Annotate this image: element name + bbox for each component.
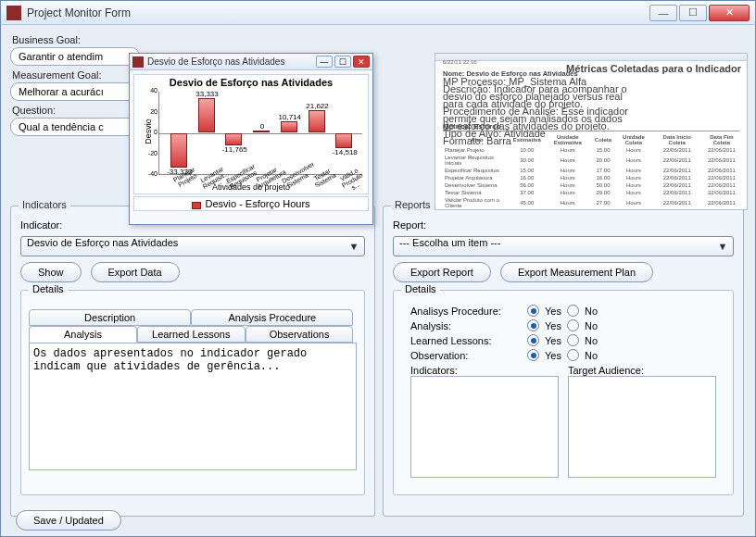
minimize-button[interactable]: ― [649,5,677,21]
analysis-textarea[interactable] [29,343,357,470]
metrics-section-header: Métrica: Esforço [443,122,739,131]
main-window: Project Monitor Form ― ☐ ✕ Business Goal… [0,0,756,537]
chart-bar: -33,333 [170,133,187,168]
analysis-procedure-no-radio[interactable] [567,305,579,317]
indicators-list-label: Indicators: [410,365,559,376]
chart-window[interactable]: Desvio de Esforço nas Atividades ― ☐ ✕ D… [129,53,373,225]
business-goal-label: Business Goal: [12,34,746,45]
show-button[interactable]: Show [20,262,82,282]
reports-panel: Reports Report: --- Escolha um item --- … [383,206,744,517]
analysis-procedure-yes-radio[interactable] [527,305,539,317]
maximize-button[interactable]: ☐ [679,5,707,21]
chart-close-button[interactable]: ✕ [353,56,370,68]
dropdown-icon: ▼ [347,240,360,253]
observation-no-radio[interactable] [567,349,579,361]
indicator-details-legend: Details [29,283,68,294]
chart-minimize-button[interactable]: ― [316,56,333,68]
indicator-select-value: Desvio de Esforço nas Atividades [27,237,178,248]
chart-legend-swatch [192,202,201,209]
row-observation-label: Observation: [410,350,522,361]
tab-observations[interactable]: Observations [246,326,354,343]
target-audience-listbox[interactable] [568,376,716,478]
export-data-button[interactable]: Export Data [91,262,180,282]
report-details-panel: Details Analisys Procedure: Yes No Analy… [393,290,734,495]
row-analysis-label: Analysis: [410,320,522,331]
row-analysis-procedure-label: Analisys Procedure: [410,306,522,317]
export-measurement-plan-button[interactable]: Export Measurement Plan [500,262,653,282]
indicator-select[interactable]: Desvio de Esforço nas Atividades ▼ [20,236,365,256]
reports-legend: Reports [391,199,435,210]
chart-bar: -11,765 [225,133,242,145]
chart-bar: 10,714 [281,121,297,132]
tab-analysis[interactable]: Analysis [29,326,137,343]
observation-yes-radio[interactable] [527,349,539,361]
learned-lessons-yes-radio[interactable] [527,334,539,346]
close-button[interactable]: ✕ [709,5,750,21]
tab-description[interactable]: Description [29,309,191,326]
report-select-value: --- Escolha um item --- [399,237,500,248]
tab-analysis-procedure[interactable]: Analysis Procedure [191,309,353,326]
chart-bar: 21,622 [309,110,325,132]
chart-maximize-button[interactable]: ☐ [334,56,351,68]
indicators-panel: Indicators Indicator: Desvio de Esforço … [10,206,375,517]
indicator-select-label: Indicator: [20,219,62,231]
chart-bar: 33,333 [198,98,215,132]
indicators-listbox[interactable] [410,376,559,478]
chart-window-title: Desvio de Esforço nas Atividades [147,56,314,67]
report-details-legend: Details [401,283,440,294]
chart-legend: Desvio - Esforço Hours [133,196,369,211]
learned-lessons-no-radio[interactable] [567,334,579,346]
save-updated-button[interactable]: Save / Updated [16,510,121,531]
target-audience-list-label: Target Audience: [568,365,716,376]
metrics-preview[interactable]: 6/22/11 22:16 Métricas Coletadas para o … [435,53,748,210]
chart-window-icon [132,56,144,68]
export-report-button[interactable]: Export Report [393,262,491,282]
report-select-label: Report: [393,219,426,231]
metrics-timestamp: 6/22/11 22:16 [443,59,477,65]
tab-learned-lessons[interactable]: Learned Lessons [137,326,246,343]
analysis-no-radio[interactable] [567,319,579,331]
analysis-yes-radio[interactable] [527,319,539,331]
chart-xlabel: Atividades do projeto [134,182,368,192]
row-learned-lessons-label: Learned Lessons: [410,335,522,346]
chart-bar: -14,518 [335,133,352,148]
dropdown-icon: ▼ [716,240,729,253]
indicators-legend: Indicators [19,199,70,210]
chart-title: Desvio de Esforço nas Atividades [134,77,368,88]
indicator-details-panel: Details Description Analysis Procedure A… [20,290,365,495]
titlebar[interactable]: Project Monitor Form ― ☐ ✕ [1,1,755,25]
measurement-goal-field[interactable]: Melhorar a acurácı [10,82,140,101]
window-title: Project Monitor Form [27,6,649,19]
chart-bar: 0 [253,131,270,132]
chart-plot: Desvio de Esforço nas Atividades Desvio … [133,74,369,194]
metrics-table: AlvoEstimativaUnidade EstimativaColetaUn… [443,133,743,210]
app-icon [6,6,21,20]
question-field[interactable]: Qual a tendência c [10,118,140,136]
report-select[interactable]: --- Escolha um item --- ▼ [393,236,734,256]
business-goal-field[interactable]: Garantir o atendim [10,47,140,66]
